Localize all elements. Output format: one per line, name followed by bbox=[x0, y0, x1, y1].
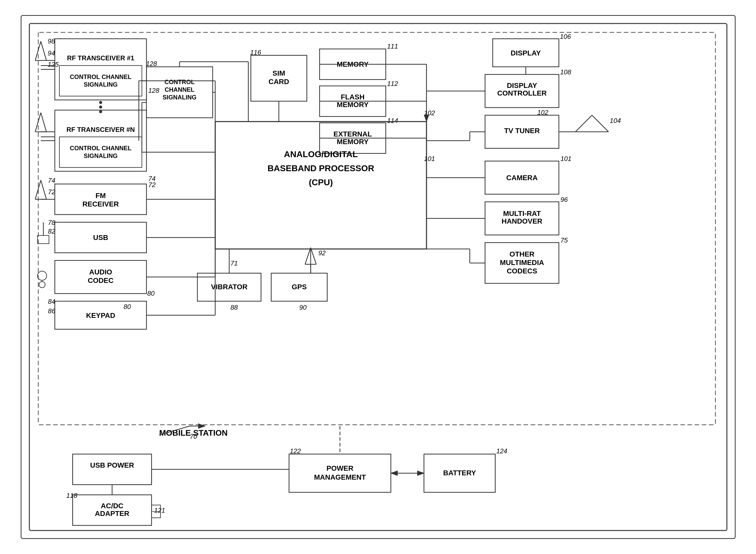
svg-text:96: 96 bbox=[560, 196, 568, 203]
svg-rect-177 bbox=[72, 495, 151, 525]
svg-text:MANAGEMENT: MANAGEMENT bbox=[314, 473, 366, 481]
svg-text:(CPU): (CPU) bbox=[309, 177, 333, 187]
svg-rect-99 bbox=[37, 235, 49, 243]
svg-text:104: 104 bbox=[610, 117, 621, 124]
svg-text:CHANNEL: CHANNEL bbox=[165, 86, 194, 93]
svg-rect-96 bbox=[55, 222, 146, 253]
svg-text:121: 121 bbox=[154, 507, 165, 514]
svg-text:MEMORY: MEMORY bbox=[337, 60, 369, 68]
svg-text:BATTERY: BATTERY bbox=[443, 469, 476, 477]
svg-line-122 bbox=[310, 247, 316, 264]
svg-rect-11 bbox=[55, 110, 146, 171]
svg-rect-82 bbox=[485, 242, 559, 283]
svg-text:USB: USB bbox=[93, 233, 108, 241]
svg-text:MULTIMEDIA: MULTIMEDIA bbox=[500, 259, 544, 267]
svg-text:88: 88 bbox=[230, 304, 238, 311]
svg-line-29 bbox=[35, 113, 41, 132]
svg-text:72: 72 bbox=[48, 188, 55, 196]
svg-line-123 bbox=[305, 247, 310, 264]
svg-text:111: 111 bbox=[387, 43, 398, 50]
svg-text:CARD: CARD bbox=[268, 78, 289, 86]
svg-point-106 bbox=[39, 282, 45, 288]
svg-text:106: 106 bbox=[560, 33, 571, 40]
svg-text:90: 90 bbox=[299, 304, 306, 311]
svg-rect-59 bbox=[493, 39, 559, 67]
svg-rect-8 bbox=[59, 65, 142, 96]
svg-text:SIGNALING: SIGNALING bbox=[83, 81, 117, 88]
svg-text:BASEBAND PROCESSOR: BASEBAND PROCESSOR bbox=[267, 163, 374, 173]
svg-rect-34 bbox=[146, 67, 212, 118]
svg-rect-6 bbox=[55, 39, 146, 100]
svg-text:CODEC: CODEC bbox=[87, 276, 113, 284]
svg-text:OTHER: OTHER bbox=[509, 250, 534, 258]
svg-text:116: 116 bbox=[250, 49, 261, 56]
diagram-container: RF TRANSCEIVER #1 CONTROL CHANNEL SIGNAL… bbox=[21, 15, 736, 539]
svg-point-105 bbox=[37, 271, 47, 280]
svg-text:94: 94 bbox=[48, 50, 55, 57]
svg-text:AC/DC: AC/DC bbox=[101, 502, 123, 510]
svg-rect-116 bbox=[197, 273, 261, 301]
svg-text:102: 102 bbox=[424, 109, 435, 116]
svg-text:POWER: POWER bbox=[326, 464, 353, 472]
svg-line-91 bbox=[35, 180, 41, 199]
svg-rect-112 bbox=[215, 122, 426, 249]
svg-text:CONTROL: CONTROL bbox=[165, 78, 195, 86]
svg-rect-108 bbox=[55, 301, 146, 329]
svg-text:86: 86 bbox=[48, 308, 55, 315]
svg-text:EXTERNAL: EXTERNAL bbox=[333, 130, 372, 138]
svg-text:118: 118 bbox=[66, 492, 77, 499]
svg-text:MOBILE STATION: MOBILE STATION bbox=[159, 428, 228, 438]
svg-text:128: 128 bbox=[146, 60, 157, 67]
svg-rect-48 bbox=[319, 49, 385, 80]
svg-rect-87 bbox=[55, 184, 146, 215]
svg-text:MULTI-RAT: MULTI-RAT bbox=[503, 210, 541, 217]
svg-text:GPS: GPS bbox=[292, 283, 307, 291]
svg-line-69 bbox=[575, 115, 592, 132]
svg-text:78: 78 bbox=[48, 219, 55, 226]
svg-text:VIBRATOR: VIBRATOR bbox=[211, 283, 247, 291]
svg-point-16 bbox=[99, 101, 102, 104]
svg-text:SIGNALING: SIGNALING bbox=[83, 152, 117, 159]
svg-text:98: 98 bbox=[48, 38, 55, 45]
svg-rect-167 bbox=[289, 454, 391, 492]
svg-text:SIM: SIM bbox=[272, 69, 285, 77]
svg-text:84: 84 bbox=[48, 298, 55, 305]
svg-text:CONTROLLER: CONTROLLER bbox=[497, 89, 547, 97]
page: RF TRANSCEIVER #1 CONTROL CHANNEL SIGNAL… bbox=[0, 0, 756, 554]
svg-text:80: 80 bbox=[123, 303, 131, 310]
svg-point-17 bbox=[99, 106, 102, 109]
svg-text:HANDOVER: HANDOVER bbox=[501, 217, 542, 225]
svg-text:CODECS: CODECS bbox=[507, 267, 537, 275]
svg-rect-51 bbox=[319, 86, 385, 116]
svg-text:AUDIO: AUDIO bbox=[89, 268, 112, 276]
svg-text:74: 74 bbox=[148, 175, 155, 182]
svg-line-19 bbox=[41, 41, 46, 61]
svg-text:KEYPAD: KEYPAD bbox=[86, 312, 115, 319]
svg-text:DISPLAY: DISPLAY bbox=[511, 49, 541, 57]
svg-text:122: 122 bbox=[290, 447, 301, 455]
svg-text:101: 101 bbox=[560, 155, 571, 162]
svg-line-70 bbox=[592, 115, 609, 132]
svg-text:FM: FM bbox=[96, 191, 106, 200]
svg-rect-44 bbox=[251, 55, 307, 101]
svg-text:DISPLAY: DISPLAY bbox=[507, 81, 537, 90]
svg-text:FLASH: FLASH bbox=[340, 93, 364, 101]
svg-text:RF TRANSCEIVER #N: RF TRANSCEIVER #N bbox=[66, 126, 135, 133]
svg-text:102: 102 bbox=[537, 109, 549, 116]
svg-text:CONTROL CHANNEL: CONTROL CHANNEL bbox=[70, 73, 131, 80]
svg-text:RF TRANSCEIVER #1: RF TRANSCEIVER #1 bbox=[67, 54, 134, 62]
svg-text:MEMORY: MEMORY bbox=[337, 101, 369, 109]
svg-rect-13 bbox=[59, 137, 142, 168]
svg-text:MEMORY: MEMORY bbox=[337, 138, 369, 146]
svg-text:USB POWER: USB POWER bbox=[90, 461, 134, 469]
svg-text:SIGNALING: SIGNALING bbox=[163, 94, 196, 101]
svg-text:108: 108 bbox=[560, 68, 571, 76]
svg-rect-66 bbox=[485, 115, 559, 149]
svg-line-90 bbox=[41, 180, 46, 199]
svg-text:TV TUNER: TV TUNER bbox=[504, 127, 540, 135]
svg-text:124: 124 bbox=[496, 447, 507, 455]
svg-text:80: 80 bbox=[147, 290, 154, 297]
svg-text:71: 71 bbox=[230, 260, 238, 267]
svg-text:ANALOG/DIGITAL: ANALOG/DIGITAL bbox=[284, 149, 358, 159]
svg-text:128: 128 bbox=[148, 87, 159, 94]
